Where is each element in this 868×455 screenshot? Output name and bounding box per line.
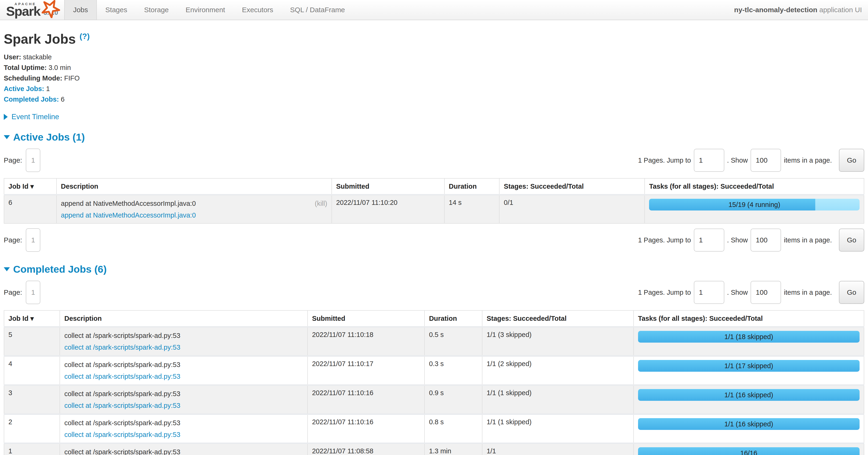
items-per-page-input[interactable] — [750, 281, 781, 304]
column-stages[interactable]: Stages: Succeeded/Total — [499, 178, 645, 195]
go-button[interactable]: Go — [839, 149, 864, 172]
page-label: Page: — [4, 156, 22, 164]
tasks-progress-label: 15/19 (4 running) — [649, 199, 860, 210]
job-tasks-cell: 1/1 (16 skipped) — [633, 385, 864, 414]
job-description-link[interactable]: collect at /spark-scripts/spark-ad.py:53 — [64, 401, 180, 410]
job-stages-cell: 1/1 (1 skipped) — [482, 414, 633, 443]
go-button[interactable]: Go — [839, 229, 864, 252]
event-timeline-toggle[interactable]: Event Timeline — [4, 113, 864, 121]
column-tasks[interactable]: Tasks (for all stages): Succeeded/Total — [645, 178, 864, 195]
active-jobs-section-header[interactable]: Active Jobs (1) — [4, 132, 864, 143]
expanded-arrow-icon — [4, 135, 10, 139]
kill-link[interactable]: (kill) — [315, 199, 327, 208]
job-stages-cell: 1/1 (3 skipped) — [482, 327, 633, 356]
page-title: Spark Jobs (?) — [4, 29, 864, 47]
job-row: 4collect at /spark-scripts/spark-ad.py:5… — [4, 356, 864, 385]
job-tasks-cell: 1/1 (18 skipped) — [633, 327, 864, 356]
jump-to-page-input[interactable] — [694, 229, 724, 252]
job-duration-cell: 0.9 s — [425, 385, 482, 414]
tasks-progress-bar: 1/1 (17 skipped) — [638, 360, 860, 372]
tab-storage[interactable]: Storage — [136, 0, 177, 20]
spark-logo[interactable]: APACHE Spark 3.3.0 — [0, 0, 64, 20]
job-description-cell: collect at /spark-scripts/spark-ad.py:53… — [60, 443, 308, 455]
column-submitted[interactable]: Submitted — [332, 178, 444, 195]
tasks-progress-label: 1/1 (17 skipped) — [638, 360, 860, 372]
summary-completed-jobs[interactable]: Completed Jobs: 6 — [4, 94, 864, 105]
go-button[interactable]: Go — [839, 281, 864, 304]
job-duration-cell: 0.8 s — [425, 414, 482, 443]
items-text: items in a page. — [784, 236, 832, 244]
completed-jobs-section-header[interactable]: Completed Jobs (6) — [4, 263, 864, 275]
tab-stages[interactable]: Stages — [97, 0, 135, 20]
job-description-link[interactable]: collect at /spark-scripts/spark-ad.py:53 — [64, 430, 180, 439]
job-description-cell: collect at /spark-scripts/spark-ad.py:53… — [60, 356, 308, 385]
items-text: items in a page. — [784, 157, 832, 164]
job-duration-cell: 14 s — [444, 195, 499, 223]
column-tasks[interactable]: Tasks (for all stages): Succeeded/Total — [633, 310, 864, 327]
column-job-id[interactable]: Job Id ▾ — [4, 178, 57, 195]
job-description-cell: append at NativeMethodAccessorImpl.java:… — [57, 195, 332, 223]
job-description-cell: collect at /spark-scripts/spark-ad.py:53… — [60, 414, 308, 443]
jump-to-page-input[interactable] — [694, 281, 724, 304]
page-number-box[interactable]: 1 — [26, 148, 40, 172]
tab-jobs[interactable]: Jobs — [64, 0, 97, 20]
page-number-box[interactable]: 1 — [26, 281, 40, 304]
job-description-link[interactable]: collect at /spark-scripts/spark-ad.py:53 — [64, 343, 180, 352]
job-stages-cell: 1/1 — [482, 443, 633, 455]
page-number-box[interactable]: 1 — [26, 228, 40, 252]
column-description[interactable]: Description — [57, 178, 332, 195]
job-tasks-cell: 16/16 — [633, 443, 864, 455]
job-submitted-cell: 2022/11/07 11:10:16 — [308, 414, 425, 443]
job-description-text: collect at /spark-scripts/spark-ad.py:53 — [64, 360, 180, 369]
column-duration[interactable]: Duration — [425, 310, 482, 327]
column-description[interactable]: Description — [60, 310, 308, 327]
column-submitted[interactable]: Submitted — [308, 310, 425, 327]
tab-executors[interactable]: Executors — [234, 0, 281, 20]
tasks-progress-bar: 1/1 (18 skipped) — [638, 331, 860, 343]
jump-to-page-input[interactable] — [694, 149, 724, 172]
tab-environment[interactable]: Environment — [177, 0, 234, 20]
help-link[interactable]: (?) — [80, 32, 90, 40]
job-row: 6append at NativeMethodAccessorImpl.java… — [4, 195, 864, 223]
job-id-cell: 1 — [4, 443, 60, 455]
job-row: 3collect at /spark-scripts/spark-ad.py:5… — [4, 385, 864, 414]
column-stages[interactable]: Stages: Succeeded/Total — [482, 310, 633, 327]
tasks-progress-bar: 1/1 (16 skipped) — [638, 418, 860, 430]
job-description-cell: collect at /spark-scripts/spark-ad.py:53… — [60, 385, 308, 414]
column-duration[interactable]: Duration — [444, 178, 499, 195]
summary-uptime: Total Uptime: 3.0 min — [4, 62, 864, 73]
job-tasks-cell: 15/19 (4 running) — [645, 195, 864, 223]
items-per-page-input[interactable] — [750, 149, 781, 172]
pages-jump-text: 1 Pages. Jump to — [638, 236, 691, 244]
nav-tabs: Jobs Stages Storage Environment Executor… — [64, 0, 353, 20]
active-jobs-pagination-top: Page: 1 1 Pages. Jump to . Show items in… — [4, 144, 864, 177]
spark-star-icon — [41, 0, 60, 19]
tasks-progress-label: 1/1 (18 skipped) — [638, 331, 860, 343]
pages-jump-text: 1 Pages. Jump to — [638, 157, 691, 164]
items-per-page-input[interactable] — [750, 229, 781, 252]
column-job-id[interactable]: Job Id ▾ — [4, 310, 60, 327]
summary-active-jobs[interactable]: Active Jobs: 1 — [4, 84, 864, 94]
job-description-text: append at NativeMethodAccessorImpl.java:… — [61, 199, 196, 208]
job-stages-cell: 1/1 (1 skipped) — [482, 385, 633, 414]
job-description-text: collect at /spark-scripts/spark-ad.py:53 — [64, 389, 180, 398]
items-text: items in a page. — [784, 289, 832, 296]
job-id-cell: 4 — [4, 356, 60, 385]
tasks-progress-bar: 16/16 — [638, 447, 860, 455]
job-tasks-cell: 1/1 (17 skipped) — [633, 356, 864, 385]
page-label: Page: — [4, 236, 22, 244]
expanded-arrow-icon — [4, 267, 10, 271]
active-jobs-table: Job Id ▾ Description Submitted Duration … — [4, 178, 864, 224]
job-stages-cell: 0/1 — [499, 195, 645, 223]
job-submitted-cell: 2022/11/07 11:10:17 — [308, 356, 425, 385]
job-row: 5collect at /spark-scripts/spark-ad.py:5… — [4, 327, 864, 356]
job-submitted-cell: 2022/11/07 11:10:16 — [308, 385, 425, 414]
show-text: . Show — [727, 157, 748, 164]
page-label: Page: — [4, 288, 22, 296]
tab-sql-dataframe[interactable]: SQL / DataFrame — [282, 0, 353, 20]
job-description-link[interactable]: append at NativeMethodAccessorImpl.java:… — [61, 210, 196, 220]
summary-scheduling-mode: Scheduling Mode: FIFO — [4, 73, 864, 84]
job-description-link[interactable]: collect at /spark-scripts/spark-ad.py:53 — [64, 372, 180, 381]
tasks-progress-label: 1/1 (16 skipped) — [638, 389, 860, 401]
job-summary: User: stackable Total Uptime: 3.0 min Sc… — [4, 52, 864, 105]
